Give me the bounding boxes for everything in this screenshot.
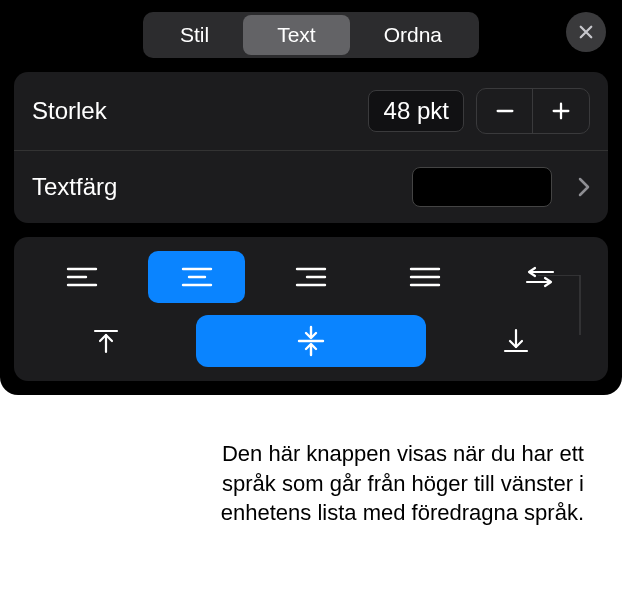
- segmented-control: Stil Text Ordna: [143, 12, 479, 58]
- size-row: Storlek 48 pkt: [14, 72, 608, 151]
- callout-leader-line: [538, 275, 582, 335]
- text-format-panel: Stil Text Ordna Storlek 48 pkt Textfär: [0, 0, 622, 395]
- text-properties-group: Storlek 48 pkt Textfärg: [14, 72, 608, 223]
- vertical-alignment-row: [24, 307, 598, 371]
- valign-bottom-icon: [501, 326, 531, 356]
- size-decrease-button[interactable]: [477, 89, 533, 133]
- callout-area: Den här knappen visas när du har ett spr…: [0, 395, 622, 595]
- align-justify-button[interactable]: [377, 251, 473, 303]
- size-label: Storlek: [32, 97, 368, 125]
- align-right-button[interactable]: [263, 251, 359, 303]
- text-color-label: Textfärg: [32, 173, 412, 201]
- tab-text[interactable]: Text: [243, 15, 350, 55]
- align-center-icon: [181, 265, 213, 289]
- valign-middle-button[interactable]: [196, 315, 426, 367]
- size-increase-button[interactable]: [533, 89, 589, 133]
- valign-middle-icon: [294, 324, 328, 358]
- align-justify-icon: [409, 265, 441, 289]
- align-left-button[interactable]: [34, 251, 130, 303]
- size-stepper: [476, 88, 590, 134]
- text-color-row[interactable]: Textfärg: [14, 151, 608, 223]
- close-button[interactable]: [566, 12, 606, 52]
- valign-top-button[interactable]: [34, 315, 178, 367]
- horizontal-alignment-row: [24, 247, 598, 307]
- valign-top-icon: [91, 326, 121, 356]
- tab-arrange[interactable]: Ordna: [350, 15, 476, 55]
- tab-style[interactable]: Stil: [146, 15, 243, 55]
- size-value-field[interactable]: 48 pkt: [368, 90, 464, 132]
- top-bar: Stil Text Ordna: [0, 0, 622, 72]
- text-color-swatch[interactable]: [412, 167, 552, 207]
- align-center-button[interactable]: [148, 251, 244, 303]
- close-icon: [577, 23, 595, 41]
- callout-text: Den här knappen visas när du har ett spr…: [204, 439, 584, 528]
- chevron-right-icon: [562, 177, 590, 197]
- align-right-icon: [295, 265, 327, 289]
- align-left-icon: [66, 265, 98, 289]
- alignment-group: [14, 237, 608, 381]
